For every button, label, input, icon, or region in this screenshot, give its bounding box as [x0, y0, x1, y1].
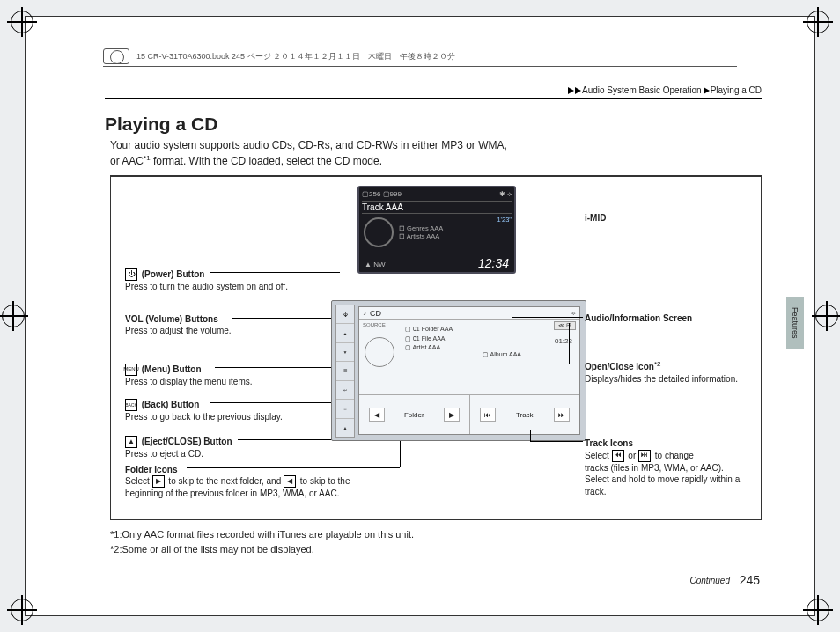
ais-elapsed: 01:23 [555, 337, 572, 345]
audio-info-screen: ⏻ ▲ ▼ ☰ ↩ ⌂ ▲ CD⟡ SOURCE ≪ ⊟ ▢ 01 Folder… [331, 300, 586, 441]
folder-next-button[interactable]: ▶ [444, 408, 460, 422]
imid-screen: ▢256 ▢999 ✱ ⟡ Track AAA 1'23" ⊡ Genres A… [357, 186, 516, 274]
breadcrumb: Audio System Basic OperationPlaying a CD [568, 85, 762, 95]
oc-desc: Displays/hides the detailed information. [585, 374, 738, 384]
registration-mark-icon [803, 595, 833, 625]
manual-page: 15 CR-V-31T0A6300.book 245 ページ ２０１４年１２月１… [25, 16, 815, 616]
footnote-1: *1:Only AAC format files recorded with i… [110, 527, 414, 542]
track-prev-button[interactable]: ⏮ [480, 408, 496, 422]
ais-file: ▢ 01 File AAA [405, 334, 453, 344]
page-number: 245 [740, 573, 760, 587]
tracks-d4: tracks (files in MP3, WMA, or AAC). [585, 463, 724, 473]
folder-d4: beginning of the previous folder in MP3,… [125, 489, 339, 498]
imid-clock: 12:34 [478, 256, 509, 270]
label-folder: Folder Icons Select ▶ to skip to the nex… [125, 464, 504, 499]
menu-desc: Press to display the menu items. [125, 377, 253, 386]
imid-track-row: Track AAA [362, 201, 512, 214]
track-label: Track [516, 411, 534, 419]
registration-mark-icon [7, 595, 37, 625]
vol-title: VOL (Volume) Buttons [125, 314, 218, 324]
imid-body: 1'23" ⊡ Genres AAA ⊡ Artists AAA [362, 216, 512, 249]
leader [569, 323, 570, 364]
arrow-icon [568, 87, 574, 94]
prev-folder-icon: ◀ [284, 475, 296, 488]
open-close-icon[interactable]: ≪ ⊟ [554, 321, 576, 330]
leader [210, 402, 343, 403]
leader [512, 317, 583, 318]
power-button[interactable]: ⏻ [336, 305, 354, 324]
breadcrumb-a: Audio System Basic Operation [582, 85, 702, 95]
folder-d2: to skip to the next folder, and [166, 476, 284, 486]
ais-artist: ▢ Artist AAA [405, 343, 453, 353]
label-tracks: Track Icons Select ⏮ or ⏭ to change trac… [585, 437, 752, 497]
oc-title: Open/Close Icon [585, 362, 654, 371]
imid-icons: ✱ ⟡ [499, 190, 512, 199]
vol-desc: Press to adjust the volume. [125, 326, 232, 335]
folder-title: Folder Icons [125, 465, 177, 474]
intro-text: Your audio system supports audio CDs, CD… [110, 138, 507, 170]
leader [238, 439, 345, 440]
intro-line1: Your audio system supports audio CDs, CD… [110, 139, 507, 151]
file-header: 15 CR-V-31T0A6300.book 245 ページ ２０１４年１２月１… [103, 48, 737, 67]
leader [530, 441, 583, 442]
leader [215, 367, 340, 368]
eject-title: (Eject/CLOSE) Button [139, 437, 232, 446]
breadcrumb-b: Playing a CD [711, 85, 762, 95]
label-imid: i-MID [585, 212, 606, 224]
leader [569, 364, 583, 364]
diagram-box: ⏻ (Power) Button Press to turn the audio… [110, 175, 762, 520]
label-openclose: Open/Close Icon*2 Displays/hides the det… [585, 360, 752, 385]
leader [232, 318, 336, 319]
imid-top-row: ▢256 ▢999 ✱ ⟡ [362, 190, 512, 199]
ais-source-label: SOURCE [363, 322, 386, 327]
tracks-d3: to change [652, 451, 694, 460]
back-desc: Press to go back to the previous display… [125, 412, 283, 422]
menu-icon: MENU [125, 364, 137, 376]
ais-side-buttons: ⏻ ▲ ▼ ☰ ↩ ⌂ ▲ [335, 305, 355, 438]
cd-icon [364, 217, 394, 247]
leader [518, 217, 583, 217]
ais-header: CD⟡ [359, 307, 579, 320]
back-button[interactable]: ↩ [336, 381, 354, 400]
back-title: (Back) Button [139, 400, 199, 409]
tracks-title: Track Icons [585, 438, 633, 448]
folder-label: Folder [404, 411, 424, 419]
tracks-d5: Select and hold to move rapidly within a… [585, 474, 740, 496]
ais-title: Audio/Information Screen [585, 313, 692, 323]
track-prev-icon: ⏮ [612, 450, 624, 462]
track-next-button[interactable]: ⏭ [554, 408, 570, 422]
menu-button[interactable]: ☰ [336, 362, 354, 380]
registration-mark-icon [803, 7, 833, 37]
back-icon: BACK [125, 399, 137, 411]
imid-genre: ⊡ Genres AAA [399, 224, 512, 232]
label-ais: Audio/Information Screen [585, 312, 692, 325]
imid-track: Track AAA [362, 202, 403, 212]
registration-mark-icon [812, 301, 840, 331]
imid-artist: ⊡ Artists AAA [399, 232, 512, 240]
imid-duration: 1'23" [399, 216, 512, 224]
vol-down-button[interactable]: ▼ [336, 343, 354, 362]
menu-title: (Menu) Button [139, 364, 202, 374]
power-desc: Press to turn the audio system on and of… [125, 282, 288, 291]
imid-compass: ▲ NW [365, 261, 385, 268]
file-header-text: 15 CR-V-31T0A6300.book 245 ページ ２０１４年１２月１… [136, 51, 455, 62]
eject-desc: Press to eject a CD. [125, 449, 203, 459]
ais-mode: CD [370, 309, 381, 318]
section-tab: Features [786, 297, 804, 349]
folder-d3: to skip to the [298, 476, 350, 486]
ais-controls: ◀ Folder ▶ ⏮ Track ⏭ [359, 395, 579, 434]
home-button[interactable]: ⌂ [336, 400, 354, 418]
ais-file-list: ▢ 01 Folder AAA ▢ 01 File AAA ▢ Artist A… [405, 325, 453, 353]
track-next-icon: ⏭ [638, 450, 651, 462]
continued-label: Continued [689, 576, 730, 585]
cd-icon [365, 337, 394, 367]
tracks-d1: Select [585, 451, 612, 460]
eject-button[interactable]: ▲ [336, 419, 354, 437]
footnotes: *1:Only AAC format files recorded with i… [110, 527, 414, 556]
folder-prev-button[interactable]: ◀ [369, 408, 385, 422]
arrow-icon [575, 87, 581, 94]
leader [187, 467, 400, 468]
page-title: Playing a CD [105, 114, 217, 135]
leader [530, 430, 531, 441]
vol-up-button[interactable]: ▲ [336, 324, 354, 342]
